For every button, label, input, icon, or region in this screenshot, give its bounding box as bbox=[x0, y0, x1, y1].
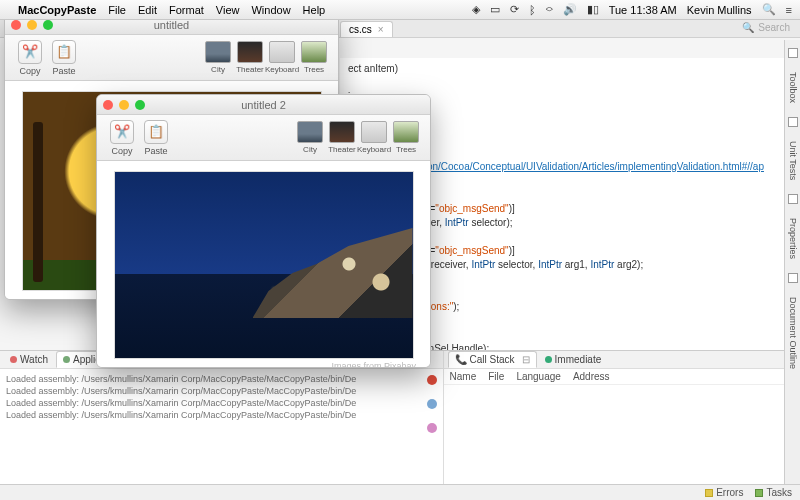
menu-edit[interactable]: Edit bbox=[138, 4, 157, 16]
status-icon[interactable]: ◈ bbox=[472, 3, 480, 16]
right-panel-tabs: 📞Call Stack⊟ Immediate bbox=[444, 351, 784, 369]
callstack-header: Name File Language Address bbox=[444, 369, 784, 385]
thumb-city[interactable]: City bbox=[202, 41, 234, 74]
wifi-icon[interactable]: ⌔ bbox=[546, 4, 553, 16]
menu-file[interactable]: File bbox=[108, 4, 126, 16]
menu-view[interactable]: View bbox=[216, 4, 240, 16]
thumb-city[interactable]: City bbox=[294, 121, 326, 154]
tab-watch[interactable]: Watch bbox=[4, 352, 54, 367]
window-title: untitled bbox=[5, 19, 338, 31]
console-line: Loaded assembly: /Users/kmullins/Xamarin… bbox=[6, 373, 437, 385]
status-tasks[interactable]: Tasks bbox=[755, 487, 792, 498]
titlebar[interactable]: untitled 2 bbox=[97, 95, 430, 115]
copy-button[interactable]: ✂️Copy bbox=[13, 40, 47, 76]
thumb-theater[interactable]: Theater bbox=[234, 41, 266, 74]
spotlight-icon[interactable]: 🔍 bbox=[762, 3, 776, 16]
scissors-icon: ✂️ bbox=[18, 40, 42, 64]
toolbox-icon[interactable] bbox=[788, 48, 798, 58]
thumb-keyboard[interactable]: Keyboard bbox=[266, 41, 298, 74]
sync-icon[interactable]: ⟳ bbox=[510, 3, 519, 16]
editor-tab[interactable]: cs.cs × bbox=[340, 21, 393, 37]
thumb-trees[interactable]: Trees bbox=[298, 41, 330, 74]
menubar-clock[interactable]: Tue 11:38 AM bbox=[609, 4, 677, 16]
clipboard-icon: 📋 bbox=[144, 120, 168, 144]
marker-icon[interactable] bbox=[427, 423, 437, 433]
side-tab-properties[interactable]: Properties bbox=[788, 218, 798, 259]
code-line: ect anItem) bbox=[348, 62, 776, 76]
image-canvas[interactable] bbox=[114, 171, 414, 359]
ide-search[interactable]: 🔍 Search bbox=[742, 22, 790, 33]
thumb-theater[interactable]: Theater bbox=[326, 121, 358, 154]
clipboard-icon: 📋 bbox=[52, 40, 76, 64]
toolbar: ✂️Copy 📋Paste City Theater Keyboard Tree… bbox=[5, 35, 338, 81]
scissors-icon: ✂️ bbox=[110, 120, 134, 144]
menu-window[interactable]: Window bbox=[251, 4, 290, 16]
tasks-icon bbox=[755, 489, 763, 497]
menu-format[interactable]: Format bbox=[169, 4, 204, 16]
image-credit: Images from Pixabay bbox=[331, 361, 420, 368]
properties-icon[interactable] bbox=[788, 194, 798, 204]
thumb-keyboard[interactable]: Keyboard bbox=[358, 121, 390, 154]
error-marker-icon[interactable] bbox=[427, 375, 437, 385]
app-window-2[interactable]: untitled 2 ✂️Copy 📋Paste City Theater Ke… bbox=[96, 94, 431, 368]
paste-button[interactable]: 📋Paste bbox=[139, 120, 173, 156]
side-tab-toolbox[interactable]: Toolbox bbox=[788, 72, 798, 103]
close-icon[interactable]: × bbox=[378, 24, 384, 35]
ide-statusbar: Errors Tasks bbox=[0, 484, 800, 500]
notification-center-icon[interactable]: ≡ bbox=[786, 4, 792, 16]
paste-button[interactable]: 📋Paste bbox=[47, 40, 81, 76]
side-tab-unittests[interactable]: Unit Tests bbox=[788, 141, 798, 180]
errors-icon bbox=[705, 489, 713, 497]
app-menu[interactable]: MacCopyPaste bbox=[18, 4, 96, 16]
console-line: Loaded assembly: /Users/kmullins/Xamarin… bbox=[6, 397, 437, 409]
status-errors[interactable]: Errors bbox=[705, 487, 743, 498]
docoutline-icon[interactable] bbox=[788, 273, 798, 283]
ide-side-tabs: Toolbox Unit Tests Properties Document O… bbox=[784, 40, 800, 500]
copy-button[interactable]: ✂️Copy bbox=[105, 120, 139, 156]
pin-icon[interactable]: ⊟ bbox=[522, 354, 530, 365]
bottom-panels: Watch Application Output Locals Breakpoi… bbox=[0, 350, 784, 484]
battery-icon[interactable]: ▮▯ bbox=[587, 3, 599, 16]
thumb-trees[interactable]: Trees bbox=[390, 121, 422, 154]
console-line: Loaded assembly: /Users/kmullins/Xamarin… bbox=[6, 409, 437, 421]
unittests-icon[interactable] bbox=[788, 117, 798, 127]
volume-icon[interactable]: 🔊 bbox=[563, 3, 577, 16]
airplay-icon[interactable]: ▭ bbox=[490, 3, 500, 16]
console-line: Loaded assembly: /Users/kmullins/Xamarin… bbox=[6, 385, 437, 397]
menu-help[interactable]: Help bbox=[303, 4, 326, 16]
mac-menubar: MacCopyPaste File Edit Format View Windo… bbox=[0, 0, 800, 20]
menubar-user[interactable]: Kevin Mullins bbox=[687, 4, 752, 16]
tab-immediate[interactable]: Immediate bbox=[539, 352, 608, 367]
tab-callstack[interactable]: 📞Call Stack⊟ bbox=[448, 351, 537, 368]
tab-label: cs.cs bbox=[349, 24, 372, 35]
toolbar: ✂️Copy 📋Paste City Theater Keyboard Tree… bbox=[97, 115, 430, 161]
window-title: untitled 2 bbox=[97, 99, 430, 111]
bluetooth-icon[interactable]: ᛒ bbox=[529, 4, 536, 16]
console-output[interactable]: Loaded assembly: /Users/kmullins/Xamarin… bbox=[0, 369, 443, 484]
side-tab-docoutline[interactable]: Document Outline bbox=[788, 297, 798, 369]
info-marker-icon[interactable] bbox=[427, 399, 437, 409]
